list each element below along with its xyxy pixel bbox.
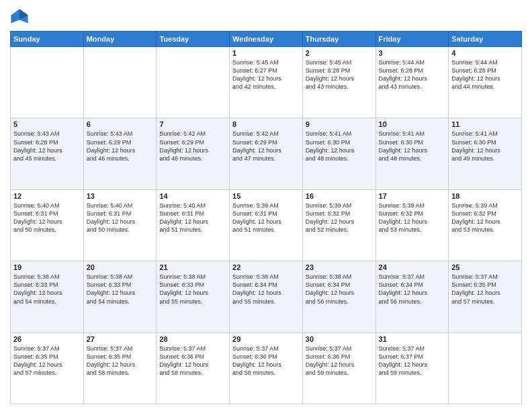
calendar: SundayMondayTuesdayWednesdayThursdayFrid…: [10, 31, 522, 404]
calendar-cell: 5Sunrise: 5:43 AM Sunset: 6:28 PM Daylig…: [11, 118, 84, 189]
day-number: 12: [13, 192, 81, 200]
day-info: Sunrise: 5:41 AM Sunset: 6:30 PM Dayligh…: [451, 130, 519, 163]
day-info: Sunrise: 5:38 AM Sunset: 6:33 PM Dayligh…: [87, 273, 154, 306]
day-info: Sunrise: 5:39 AM Sunset: 6:32 PM Dayligh…: [379, 201, 446, 234]
day-number: 15: [232, 192, 300, 200]
day-header-thursday: Thursday: [302, 32, 375, 47]
week-row-4: 19Sunrise: 5:38 AM Sunset: 6:33 PM Dayli…: [11, 261, 522, 332]
calendar-cell: 10Sunrise: 5:41 AM Sunset: 6:30 PM Dayli…: [375, 118, 449, 189]
day-info: Sunrise: 5:39 AM Sunset: 6:32 PM Dayligh…: [451, 201, 519, 234]
calendar-cell: 9Sunrise: 5:41 AM Sunset: 6:30 PM Daylig…: [302, 118, 375, 189]
day-number: 25: [451, 263, 519, 271]
day-number: 28: [159, 335, 226, 343]
calendar-cell: [83, 47, 157, 118]
day-number: 5: [13, 120, 81, 128]
day-number: 20: [87, 263, 154, 271]
calendar-cell: 6Sunrise: 5:43 AM Sunset: 6:29 PM Daylig…: [83, 118, 157, 189]
calendar-cell: 17Sunrise: 5:39 AM Sunset: 6:32 PM Dayli…: [375, 189, 449, 261]
calendar-header-row: SundayMondayTuesdayWednesdayThursdayFrid…: [11, 32, 522, 47]
day-number: 8: [232, 120, 300, 128]
day-header-wednesday: Wednesday: [230, 32, 303, 47]
day-number: 4: [451, 49, 519, 57]
calendar-cell: [11, 47, 84, 118]
calendar-cell: 22Sunrise: 5:38 AM Sunset: 6:34 PM Dayli…: [230, 261, 303, 332]
day-info: Sunrise: 5:37 AM Sunset: 6:35 PM Dayligh…: [13, 345, 81, 377]
day-number: 17: [379, 192, 446, 200]
day-info: Sunrise: 5:37 AM Sunset: 6:36 PM Dayligh…: [232, 345, 300, 377]
calendar-cell: 19Sunrise: 5:38 AM Sunset: 6:33 PM Dayli…: [11, 261, 84, 332]
logo: [10, 7, 32, 26]
calendar-cell: 28Sunrise: 5:37 AM Sunset: 6:36 PM Dayli…: [157, 332, 230, 404]
day-info: Sunrise: 5:37 AM Sunset: 6:37 PM Dayligh…: [379, 345, 446, 377]
calendar-cell: 2Sunrise: 5:45 AM Sunset: 6:28 PM Daylig…: [302, 47, 375, 118]
day-number: 7: [159, 120, 226, 128]
week-row-2: 5Sunrise: 5:43 AM Sunset: 6:28 PM Daylig…: [11, 118, 522, 189]
day-number: 24: [379, 263, 446, 271]
calendar-cell: 1Sunrise: 5:45 AM Sunset: 6:27 PM Daylig…: [230, 47, 303, 118]
day-info: Sunrise: 5:39 AM Sunset: 6:31 PM Dayligh…: [232, 201, 300, 234]
day-info: Sunrise: 5:44 AM Sunset: 6:28 PM Dayligh…: [379, 58, 446, 91]
week-row-1: 1Sunrise: 5:45 AM Sunset: 6:27 PM Daylig…: [11, 47, 522, 118]
calendar-cell: 4Sunrise: 5:44 AM Sunset: 6:28 PM Daylig…: [449, 47, 522, 118]
calendar-cell: 18Sunrise: 5:39 AM Sunset: 6:32 PM Dayli…: [449, 189, 522, 261]
header: [10, 7, 522, 26]
day-header-friday: Friday: [375, 32, 449, 47]
calendar-cell: [449, 332, 522, 404]
day-info: Sunrise: 5:41 AM Sunset: 6:30 PM Dayligh…: [379, 130, 446, 163]
calendar-cell: 16Sunrise: 5:39 AM Sunset: 6:32 PM Dayli…: [302, 189, 375, 261]
calendar-cell: 31Sunrise: 5:37 AM Sunset: 6:37 PM Dayli…: [375, 332, 449, 404]
calendar-cell: 20Sunrise: 5:38 AM Sunset: 6:33 PM Dayli…: [83, 261, 157, 332]
day-info: Sunrise: 5:38 AM Sunset: 6:33 PM Dayligh…: [13, 273, 81, 306]
day-info: Sunrise: 5:37 AM Sunset: 6:36 PM Dayligh…: [306, 345, 373, 377]
day-info: Sunrise: 5:43 AM Sunset: 6:29 PM Dayligh…: [87, 130, 154, 163]
day-number: 27: [87, 335, 154, 343]
day-number: 6: [87, 120, 154, 128]
day-info: Sunrise: 5:40 AM Sunset: 6:31 PM Dayligh…: [159, 201, 226, 234]
day-info: Sunrise: 5:37 AM Sunset: 6:34 PM Dayligh…: [379, 273, 446, 306]
calendar-cell: 21Sunrise: 5:38 AM Sunset: 6:33 PM Dayli…: [157, 261, 230, 332]
day-number: 22: [232, 263, 300, 271]
calendar-cell: 12Sunrise: 5:40 AM Sunset: 6:31 PM Dayli…: [11, 189, 84, 261]
day-number: 30: [306, 335, 373, 343]
day-number: 16: [306, 192, 373, 200]
week-row-3: 12Sunrise: 5:40 AM Sunset: 6:31 PM Dayli…: [11, 189, 522, 261]
week-row-5: 26Sunrise: 5:37 AM Sunset: 6:35 PM Dayli…: [11, 332, 522, 404]
day-number: 21: [159, 263, 226, 271]
calendar-cell: 25Sunrise: 5:37 AM Sunset: 6:35 PM Dayli…: [449, 261, 522, 332]
day-number: 10: [379, 120, 446, 128]
day-number: 26: [13, 335, 81, 343]
calendar-cell: 27Sunrise: 5:37 AM Sunset: 6:35 PM Dayli…: [83, 332, 157, 404]
day-number: 2: [306, 49, 373, 57]
day-info: Sunrise: 5:40 AM Sunset: 6:31 PM Dayligh…: [13, 201, 81, 234]
day-header-saturday: Saturday: [449, 32, 522, 47]
day-number: 9: [306, 120, 373, 128]
day-info: Sunrise: 5:42 AM Sunset: 6:29 PM Dayligh…: [159, 130, 226, 163]
logo-icon: [10, 7, 29, 26]
calendar-cell: [157, 47, 230, 118]
day-info: Sunrise: 5:38 AM Sunset: 6:34 PM Dayligh…: [232, 273, 300, 306]
day-number: 13: [87, 192, 154, 200]
calendar-body: 1Sunrise: 5:45 AM Sunset: 6:27 PM Daylig…: [11, 47, 522, 404]
day-header-monday: Monday: [83, 32, 157, 47]
calendar-cell: 3Sunrise: 5:44 AM Sunset: 6:28 PM Daylig…: [375, 47, 449, 118]
day-header-tuesday: Tuesday: [157, 32, 230, 47]
calendar-cell: 7Sunrise: 5:42 AM Sunset: 6:29 PM Daylig…: [157, 118, 230, 189]
day-number: 14: [159, 192, 226, 200]
day-header-sunday: Sunday: [11, 32, 84, 47]
calendar-cell: 23Sunrise: 5:38 AM Sunset: 6:34 PM Dayli…: [302, 261, 375, 332]
day-info: Sunrise: 5:40 AM Sunset: 6:31 PM Dayligh…: [87, 201, 154, 234]
calendar-cell: 24Sunrise: 5:37 AM Sunset: 6:34 PM Dayli…: [375, 261, 449, 332]
day-info: Sunrise: 5:37 AM Sunset: 6:35 PM Dayligh…: [451, 273, 519, 306]
day-number: 1: [232, 49, 300, 57]
day-info: Sunrise: 5:38 AM Sunset: 6:34 PM Dayligh…: [306, 273, 373, 306]
day-info: Sunrise: 5:37 AM Sunset: 6:36 PM Dayligh…: [159, 345, 226, 377]
day-number: 11: [451, 120, 519, 128]
calendar-cell: 11Sunrise: 5:41 AM Sunset: 6:30 PM Dayli…: [449, 118, 522, 189]
calendar-cell: 26Sunrise: 5:37 AM Sunset: 6:35 PM Dayli…: [11, 332, 84, 404]
calendar-cell: 13Sunrise: 5:40 AM Sunset: 6:31 PM Dayli…: [83, 189, 157, 261]
day-info: Sunrise: 5:45 AM Sunset: 6:28 PM Dayligh…: [306, 58, 373, 91]
calendar-cell: 14Sunrise: 5:40 AM Sunset: 6:31 PM Dayli…: [157, 189, 230, 261]
day-info: Sunrise: 5:45 AM Sunset: 6:27 PM Dayligh…: [232, 58, 300, 91]
calendar-cell: 30Sunrise: 5:37 AM Sunset: 6:36 PM Dayli…: [302, 332, 375, 404]
day-number: 23: [306, 263, 373, 271]
